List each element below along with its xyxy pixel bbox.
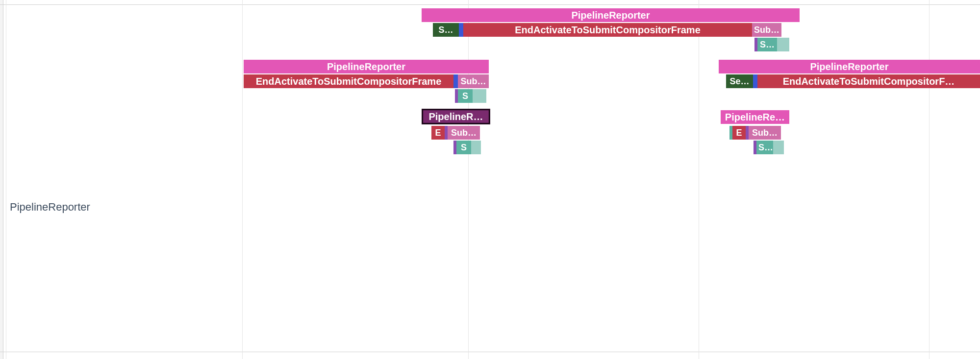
pipeline-reporter-selected[interactable]: PipelineR… xyxy=(422,109,490,124)
slice-s-c[interactable]: S xyxy=(458,89,473,103)
slice-teal-e[interactable] xyxy=(471,141,481,154)
slice-s-e[interactable]: S xyxy=(456,141,471,154)
slice-sub-d[interactable]: Sub… xyxy=(749,126,781,140)
slice-s-a[interactable]: S… xyxy=(433,23,459,37)
slice-sub-a[interactable]: Sub… xyxy=(752,23,781,37)
slice-s-b[interactable]: S… xyxy=(757,38,777,51)
slice-sub-b[interactable]: Sub… xyxy=(458,74,489,88)
slice-se-c[interactable]: Se… xyxy=(726,74,753,88)
pipeline-reporter-a[interactable]: PipelineReporter xyxy=(422,8,800,22)
pipeline-reporter-c[interactable]: PipelineReporter xyxy=(719,60,980,73)
track-label-pipeline-reporter[interactable]: PipelineReporter xyxy=(10,201,90,214)
slice-teal-f[interactable] xyxy=(773,141,784,154)
slice-s-f[interactable]: S… xyxy=(756,141,773,154)
slice-e-d[interactable]: E xyxy=(732,126,746,140)
time-gridlines xyxy=(0,0,980,359)
end-activate-c[interactable]: EndActivateToSubmitCompositorF… xyxy=(757,74,980,88)
ruler-bottom xyxy=(0,352,980,352)
slice-teal-b[interactable] xyxy=(777,38,789,51)
end-activate-b[interactable]: EndActivateToSubmitCompositorFrame xyxy=(244,74,453,88)
pipeline-reporter-d[interactable]: PipelineRe… xyxy=(721,110,789,124)
pipeline-reporter-b[interactable]: PipelineReporter xyxy=(244,60,489,73)
slice-e-sel[interactable]: E xyxy=(431,126,445,140)
slice-sub-sel[interactable]: Sub… xyxy=(448,126,480,140)
slice-teal-c[interactable] xyxy=(473,89,486,103)
track-gutter xyxy=(0,0,3,359)
ruler-top xyxy=(0,4,980,5)
end-activate-a[interactable]: EndActivateToSubmitCompositorFrame xyxy=(463,23,752,37)
